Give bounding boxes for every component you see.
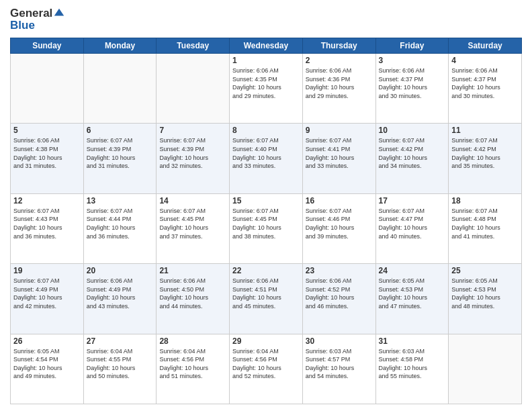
- calendar-cell: 23Sunrise: 6:06 AM Sunset: 4:52 PM Dayli…: [302, 264, 375, 334]
- calendar-cell: 7Sunrise: 6:07 AM Sunset: 4:39 PM Daylig…: [157, 124, 230, 193]
- calendar-cell: 9Sunrise: 6:07 AM Sunset: 4:41 PM Daylig…: [302, 124, 375, 193]
- day-info: Sunrise: 6:07 AM Sunset: 4:46 PM Dayligh…: [306, 207, 373, 240]
- day-number: 15: [232, 196, 300, 205]
- day-info: Sunrise: 6:06 AM Sunset: 4:37 PM Dayligh…: [379, 66, 446, 100]
- calendar-cell: 30Sunrise: 6:03 AM Sunset: 4:57 PM Dayli…: [302, 334, 375, 404]
- calendar-cell: 25Sunrise: 6:05 AM Sunset: 4:53 PM Dayli…: [449, 264, 522, 334]
- calendar-cell: 22Sunrise: 6:06 AM Sunset: 4:51 PM Dayli…: [230, 264, 303, 334]
- weekday-header-tuesday: Tuesday: [157, 38, 230, 54]
- calendar-cell: [157, 54, 230, 124]
- weekday-header-saturday: Saturday: [449, 38, 522, 54]
- page: General Blue SundayMondayTuesdayWednesda…: [0, 0, 532, 411]
- calendar-cell: 21Sunrise: 6:06 AM Sunset: 4:50 PM Dayli…: [157, 264, 230, 334]
- weekday-header-row: SundayMondayTuesdayWednesdayThursdayFrid…: [11, 38, 522, 54]
- weekday-header-wednesday: Wednesday: [230, 38, 303, 54]
- calendar-cell: 29Sunrise: 6:04 AM Sunset: 4:56 PM Dayli…: [230, 334, 303, 404]
- day-number: 31: [379, 336, 446, 346]
- day-info: Sunrise: 6:06 AM Sunset: 4:50 PM Dayligh…: [159, 277, 226, 310]
- calendar-cell: 24Sunrise: 6:05 AM Sunset: 4:53 PM Dayli…: [375, 264, 449, 334]
- day-info: Sunrise: 6:05 AM Sunset: 4:53 PM Dayligh…: [451, 277, 519, 310]
- day-info: Sunrise: 6:04 AM Sunset: 4:55 PM Dayligh…: [87, 347, 154, 381]
- day-info: Sunrise: 6:07 AM Sunset: 4:40 PM Dayligh…: [232, 136, 300, 170]
- day-info: Sunrise: 6:04 AM Sunset: 4:56 PM Dayligh…: [232, 347, 300, 381]
- calendar-cell: 13Sunrise: 6:07 AM Sunset: 4:44 PM Dayli…: [83, 193, 157, 263]
- calendar-cell: 4Sunrise: 6:06 AM Sunset: 4:37 PM Daylig…: [449, 54, 522, 124]
- calendar-cell: 12Sunrise: 6:07 AM Sunset: 4:43 PM Dayli…: [11, 193, 84, 263]
- weekday-header-thursday: Thursday: [302, 38, 375, 54]
- day-number: 7: [159, 126, 226, 135]
- day-info: Sunrise: 6:07 AM Sunset: 4:42 PM Dayligh…: [379, 136, 446, 170]
- calendar-cell: 26Sunrise: 6:05 AM Sunset: 4:54 PM Dayli…: [11, 334, 84, 404]
- calendar-cell: [449, 334, 522, 404]
- logo-icon: [53, 7, 65, 19]
- day-info: Sunrise: 6:06 AM Sunset: 4:49 PM Dayligh…: [87, 277, 154, 310]
- day-number: 21: [159, 266, 226, 275]
- calendar-table: SundayMondayTuesdayWednesdayThursdayFrid…: [10, 38, 522, 404]
- week-row-2: 5Sunrise: 6:06 AM Sunset: 4:38 PM Daylig…: [11, 124, 522, 193]
- header: General Blue: [10, 7, 522, 32]
- day-number: 11: [451, 126, 519, 135]
- day-number: 1: [232, 56, 300, 65]
- day-info: Sunrise: 6:07 AM Sunset: 4:44 PM Dayligh…: [87, 207, 154, 240]
- day-number: 8: [232, 126, 300, 135]
- day-info: Sunrise: 6:07 AM Sunset: 4:45 PM Dayligh…: [232, 207, 300, 240]
- calendar-cell: 28Sunrise: 6:04 AM Sunset: 4:56 PM Dayli…: [157, 334, 230, 404]
- logo-general: General: [10, 7, 52, 20]
- day-info: Sunrise: 6:07 AM Sunset: 4:43 PM Dayligh…: [13, 207, 81, 240]
- day-info: Sunrise: 6:06 AM Sunset: 4:36 PM Dayligh…: [306, 66, 373, 100]
- week-row-1: 1Sunrise: 6:06 AM Sunset: 4:35 PM Daylig…: [11, 54, 522, 124]
- week-row-5: 26Sunrise: 6:05 AM Sunset: 4:54 PM Dayli…: [11, 334, 522, 404]
- day-info: Sunrise: 6:06 AM Sunset: 4:35 PM Dayligh…: [232, 66, 300, 100]
- calendar-cell: 11Sunrise: 6:07 AM Sunset: 4:42 PM Dayli…: [449, 124, 522, 193]
- calendar-cell: 2Sunrise: 6:06 AM Sunset: 4:36 PM Daylig…: [302, 54, 375, 124]
- day-number: 6: [87, 126, 154, 135]
- calendar-cell: 31Sunrise: 6:03 AM Sunset: 4:58 PM Dayli…: [375, 334, 449, 404]
- day-number: 17: [379, 196, 446, 205]
- day-number: 4: [451, 56, 519, 65]
- day-number: 9: [306, 126, 373, 135]
- calendar-cell: 10Sunrise: 6:07 AM Sunset: 4:42 PM Dayli…: [375, 124, 449, 193]
- day-number: 5: [13, 126, 81, 135]
- day-info: Sunrise: 6:03 AM Sunset: 4:58 PM Dayligh…: [379, 347, 446, 381]
- day-number: 27: [87, 336, 154, 346]
- logo: General Blue: [10, 7, 65, 32]
- day-number: 2: [306, 56, 373, 65]
- calendar-cell: 17Sunrise: 6:07 AM Sunset: 4:47 PM Dayli…: [375, 193, 449, 263]
- day-number: 22: [232, 266, 300, 275]
- weekday-header-friday: Friday: [375, 38, 449, 54]
- day-info: Sunrise: 6:07 AM Sunset: 4:39 PM Dayligh…: [87, 136, 154, 170]
- day-number: 14: [159, 196, 226, 205]
- day-info: Sunrise: 6:06 AM Sunset: 4:52 PM Dayligh…: [306, 277, 373, 310]
- day-info: Sunrise: 6:07 AM Sunset: 4:45 PM Dayligh…: [159, 207, 226, 240]
- calendar-cell: 18Sunrise: 6:07 AM Sunset: 4:48 PM Dayli…: [449, 193, 522, 263]
- day-info: Sunrise: 6:06 AM Sunset: 4:37 PM Dayligh…: [451, 66, 519, 100]
- day-number: 18: [451, 196, 519, 205]
- calendar-cell: 14Sunrise: 6:07 AM Sunset: 4:45 PM Dayli…: [157, 193, 230, 263]
- day-info: Sunrise: 6:03 AM Sunset: 4:57 PM Dayligh…: [306, 347, 373, 381]
- day-info: Sunrise: 6:04 AM Sunset: 4:56 PM Dayligh…: [159, 347, 226, 381]
- day-info: Sunrise: 6:05 AM Sunset: 4:53 PM Dayligh…: [379, 277, 446, 310]
- day-number: 10: [379, 126, 446, 135]
- day-number: 19: [13, 266, 81, 275]
- calendar-cell: [11, 54, 84, 124]
- day-number: 25: [451, 266, 519, 275]
- calendar-cell: 5Sunrise: 6:06 AM Sunset: 4:38 PM Daylig…: [11, 124, 84, 193]
- weekday-header-monday: Monday: [83, 38, 157, 54]
- calendar-cell: 16Sunrise: 6:07 AM Sunset: 4:46 PM Dayli…: [302, 193, 375, 263]
- day-number: 3: [379, 56, 446, 65]
- calendar-cell: 19Sunrise: 6:07 AM Sunset: 4:49 PM Dayli…: [11, 264, 84, 334]
- calendar-cell: 6Sunrise: 6:07 AM Sunset: 4:39 PM Daylig…: [83, 124, 157, 193]
- day-number: 20: [87, 266, 154, 275]
- day-info: Sunrise: 6:07 AM Sunset: 4:39 PM Dayligh…: [159, 136, 226, 170]
- day-info: Sunrise: 6:05 AM Sunset: 4:54 PM Dayligh…: [13, 347, 81, 381]
- day-info: Sunrise: 6:07 AM Sunset: 4:47 PM Dayligh…: [379, 207, 446, 240]
- day-info: Sunrise: 6:07 AM Sunset: 4:49 PM Dayligh…: [13, 277, 81, 310]
- day-number: 16: [306, 196, 373, 205]
- day-number: 26: [13, 336, 81, 346]
- calendar-cell: 8Sunrise: 6:07 AM Sunset: 4:40 PM Daylig…: [230, 124, 303, 193]
- day-info: Sunrise: 6:07 AM Sunset: 4:42 PM Dayligh…: [451, 136, 519, 170]
- day-number: 30: [306, 336, 373, 346]
- calendar-cell: 1Sunrise: 6:06 AM Sunset: 4:35 PM Daylig…: [230, 54, 303, 124]
- logo-blue: Blue: [10, 19, 65, 32]
- calendar-cell: 15Sunrise: 6:07 AM Sunset: 4:45 PM Dayli…: [230, 193, 303, 263]
